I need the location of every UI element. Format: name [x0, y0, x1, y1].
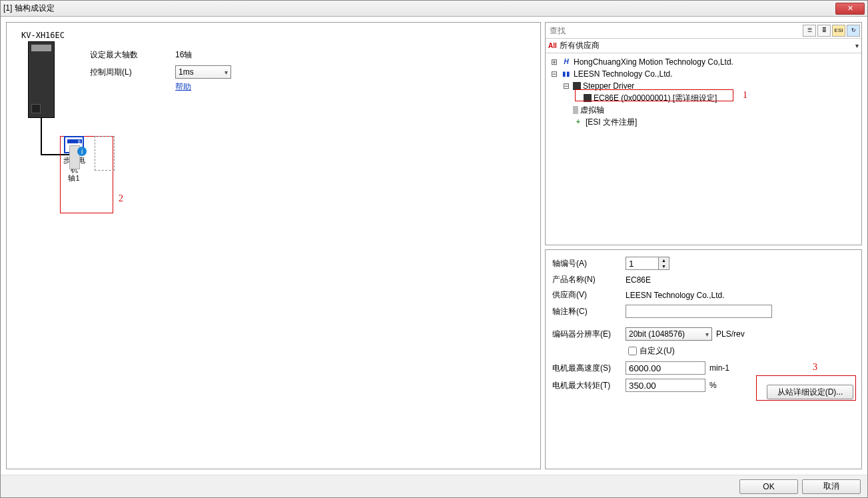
- encoder-select[interactable]: 20bit (1048576): [626, 327, 712, 341]
- vendor-icon: H: [561, 57, 572, 67]
- cycle-select[interactable]: 1ms: [175, 65, 231, 79]
- vendor-icon: ▮▮: [561, 69, 572, 79]
- collapse-icon[interactable]: ⊟: [550, 68, 559, 80]
- tree-category-stepper[interactable]: ⊟ Stepper Driver: [550, 80, 857, 92]
- all-tag: All: [548, 42, 557, 49]
- cycle-label: 控制周期(L): [90, 67, 163, 78]
- axis-slots: 8 i 步进电机 轴1: [61, 136, 123, 183]
- max-axes-value: 16轴: [175, 49, 192, 61]
- refresh-icon[interactable]: ↻: [847, 25, 860, 37]
- max-torque-input[interactable]: [626, 379, 705, 392]
- max-speed-input[interactable]: [626, 361, 705, 375]
- cancel-button[interactable]: 取消: [802, 479, 861, 494]
- max-axes-label: 设定最大轴数: [90, 49, 163, 61]
- tree-device-ec86e[interactable]: EC86E (0x00000001) [需详细设定]: [550, 92, 857, 104]
- info-badge-icon: i: [77, 147, 87, 156]
- close-button[interactable]: ✕: [835, 3, 865, 15]
- slave-detail-button[interactable]: 从站详细设定(D)...: [767, 385, 853, 399]
- vendor-value: LEESN Technology Co.,Ltd.: [626, 291, 725, 300]
- dialog-window: [1] 轴构成设定 ✕ KV-XH16EC 设定最大轴数 16轴 控制周期(L)…: [0, 0, 868, 498]
- spin-up-icon[interactable]: ▲: [659, 257, 669, 263]
- max-torque-label: 电机最大转矩(T): [552, 380, 626, 391]
- virtual-axis-icon: [573, 106, 578, 114]
- titlebar: [1] 轴构成设定 ✕: [1, 1, 867, 17]
- right-column: ☰ ≣ ESI ↻ All 所有供应商 ▾ ⊞ H HongChuangXing…: [545, 22, 862, 469]
- esi-register-icon: +: [573, 117, 584, 127]
- device-tree-panel: ☰ ≣ ESI ↻ All 所有供应商 ▾ ⊞ H HongChuangXing…: [545, 22, 862, 245]
- dialog-footer: OK 取消: [1, 475, 867, 497]
- search-row: ☰ ≣ ESI ↻: [546, 23, 861, 39]
- esi-button-icon[interactable]: ESI: [832, 25, 845, 37]
- chevron-down-icon: ▾: [855, 42, 859, 49]
- annotation-number-3: 3: [813, 362, 817, 373]
- tree-vendor-leesn[interactable]: ⊟ ▮▮ LEESN Technology Co.,Ltd.: [550, 68, 857, 80]
- axis-slot-1[interactable]: 8 i 步进电机 轴1: [61, 136, 87, 183]
- annotation-number-2: 2: [119, 193, 123, 204]
- vendor-filter-label: 所有供应商: [560, 40, 600, 51]
- search-input[interactable]: [546, 23, 803, 38]
- plc-device[interactable]: [28, 41, 55, 118]
- max-speed-unit: min-1: [709, 363, 729, 373]
- comment-input[interactable]: [626, 305, 772, 318]
- help-link[interactable]: 帮助: [175, 81, 191, 93]
- max-speed-label: 电机最高速度(S): [552, 363, 626, 374]
- custom-checkbox[interactable]: [628, 347, 637, 355]
- encoder-label: 编码器分辨率(E): [552, 329, 626, 340]
- collapse-icon[interactable]: ⊟: [562, 80, 571, 92]
- axis-diagram-panel: KV-XH16EC 设定最大轴数 16轴 控制周期(L) 1ms 帮助: [6, 22, 541, 469]
- device-icon: [584, 94, 592, 102]
- driver-icon: [573, 82, 581, 90]
- comment-label: 轴注释(C): [552, 306, 626, 317]
- spin-down-icon[interactable]: ▼: [659, 263, 669, 269]
- plc-icon: [28, 41, 55, 118]
- window-title: [1] 轴构成设定: [3, 3, 835, 14]
- close-icon: ✕: [847, 4, 853, 13]
- axis-no-spinner[interactable]: ▲▼: [659, 257, 669, 270]
- max-torque-unit: %: [709, 381, 717, 390]
- annotation-number-1: 1: [743, 89, 747, 101]
- stepper-motor-icon: 8 i: [64, 136, 84, 153]
- view-list-icon[interactable]: ☰: [803, 25, 816, 37]
- device-tree: ⊞ H HongChuangXing Motion Technology Co,…: [546, 53, 861, 245]
- custom-label: 自定义(U): [640, 345, 675, 357]
- expand-icon[interactable]: ⊞: [550, 56, 559, 68]
- axis-no-input[interactable]: [626, 257, 659, 270]
- ok-button[interactable]: OK: [739, 479, 798, 494]
- empty-slot-icon: [95, 136, 115, 171]
- tree-esi-register[interactable]: + [ESI 文件注册]: [550, 116, 857, 128]
- product-name-value: EC86E: [626, 275, 651, 285]
- vendor-filter[interactable]: All 所有供应商 ▾: [546, 39, 861, 53]
- view-tree-icon[interactable]: ≣: [817, 25, 831, 37]
- axis-no-label: 轴编号(A): [552, 258, 626, 269]
- tree-vendor-hcx[interactable]: ⊞ H HongChuangXing Motion Technology Co,…: [550, 56, 857, 68]
- product-name-label: 产品名称(N): [552, 274, 626, 285]
- content-area: KV-XH16EC 设定最大轴数 16轴 控制周期(L) 1ms 帮助: [1, 17, 867, 475]
- tree-virtual-axis[interactable]: 虚拟轴: [550, 104, 857, 116]
- vendor-label: 供应商(V): [552, 289, 626, 301]
- axis-slot-empty[interactable]: [92, 136, 117, 183]
- axis-properties-panel: 轴编号(A) ▲▼ 产品名称(N) EC86E 供应商(V) LEESN Tec…: [545, 249, 862, 469]
- device-model-label: KV-XH16EC: [21, 31, 65, 40]
- encoder-unit: PLS/rev: [716, 329, 745, 339]
